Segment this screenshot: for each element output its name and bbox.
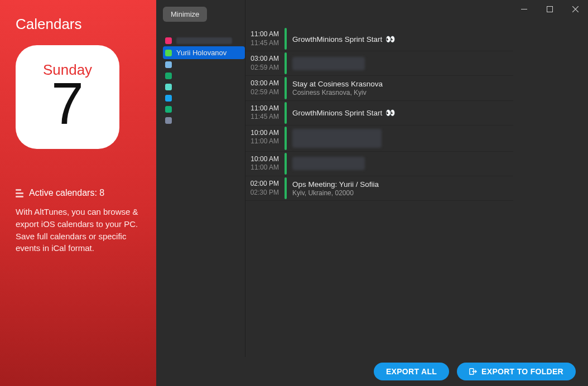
page-title: Calendars xyxy=(16,16,143,33)
event-redacted xyxy=(292,57,365,70)
calendar-item[interactable] xyxy=(163,115,245,126)
event-time: 11:00 AM11:45 AM xyxy=(245,27,281,51)
event-row[interactable]: 11:00 AM11:45 AMGrowthMinions Sprint Sta… xyxy=(245,27,513,51)
content-row: Minimize Yurii Holovanov 11:00 AM11:45 A… xyxy=(156,0,588,357)
left-panel: Calendars Sunday 7 Active calendars: 8 W… xyxy=(0,0,156,386)
calendar-list-column: Minimize Yurii Holovanov xyxy=(156,0,245,357)
event-redacted xyxy=(292,129,382,148)
active-calendars-label: Active calendars: 8 xyxy=(29,188,104,198)
export-all-button[interactable]: EXPORT ALL xyxy=(374,363,449,380)
export-to-folder-button[interactable]: EXPORT TO FOLDER xyxy=(457,363,576,380)
right-area: Minimize Yurii Holovanov 11:00 AM11:45 A… xyxy=(156,0,588,386)
event-color-bar xyxy=(285,127,287,150)
event-row[interactable]: 02:00 PM02:30 PMOps Meeting: Yurii / Sof… xyxy=(245,176,513,201)
window-maximize-button[interactable] xyxy=(537,0,562,18)
calendar-label-redacted xyxy=(176,37,232,44)
event-body: Stay at Cosiness KrasnovaCosiness Krasno… xyxy=(292,76,513,100)
event-subtitle: Kyiv, Ukraine, 02000 xyxy=(292,189,510,197)
event-time: 02:00 PM02:30 PM xyxy=(245,176,281,200)
bottom-bar: EXPORT ALL EXPORT TO FOLDER xyxy=(156,357,588,386)
calendar-color-dot xyxy=(165,95,172,102)
calendar-label: Yurii Holovanov xyxy=(176,49,226,57)
calendar-color-dot xyxy=(165,117,172,124)
event-subtitle: Cosiness Krasnova, Kyiv xyxy=(292,89,510,96)
svg-rect-0 xyxy=(521,9,527,9)
event-color-bar xyxy=(285,153,287,175)
event-row[interactable]: 03:00 AM02:59 AM xyxy=(245,51,513,76)
calendar-item[interactable] xyxy=(163,35,245,46)
event-time: 10:00 AM11:00 AM xyxy=(245,152,281,176)
calendar-item[interactable] xyxy=(163,81,245,93)
event-color-bar xyxy=(285,102,287,124)
event-time: 03:00 AM02:59 AM xyxy=(245,51,281,75)
export-all-label: EXPORT ALL xyxy=(386,367,437,376)
event-body: Ops Meeting: Yurii / SofiiaKyiv, Ukraine… xyxy=(292,176,513,200)
event-color-bar xyxy=(285,77,287,99)
event-row[interactable]: 11:00 AM11:45 AMGrowthMinions Sprint Sta… xyxy=(245,101,513,126)
event-body xyxy=(292,126,513,151)
calendar-color-dot xyxy=(165,84,172,90)
event-row[interactable]: 10:00 AM11:00 AM xyxy=(245,152,513,176)
calendar-day-number: 7 xyxy=(51,74,84,133)
app-root: Calendars Sunday 7 Active calendars: 8 W… xyxy=(0,0,588,386)
event-title: Stay at Cosiness Krasnova xyxy=(292,80,510,88)
calendar-tile: Sunday 7 xyxy=(16,45,119,149)
calendar-item[interactable] xyxy=(163,93,245,104)
event-body xyxy=(292,152,513,176)
calendar-item[interactable]: Yurii Holovanov xyxy=(163,46,245,59)
calendar-color-dot xyxy=(165,61,172,68)
event-time: 10:00 AM11:00 AM xyxy=(245,126,281,151)
event-row[interactable]: 03:00 AM02:59 AMStay at Cosiness Krasnov… xyxy=(245,76,513,100)
event-time: 11:00 AM11:45 AM xyxy=(245,101,281,125)
event-row[interactable]: 10:00 AM11:00 AM xyxy=(245,126,513,152)
event-body: GrowthMinions Sprint Start👀 xyxy=(292,101,513,125)
event-body: GrowthMinions Sprint Start👀 xyxy=(292,27,513,51)
export-to-folder-label: EXPORT TO FOLDER xyxy=(481,367,563,376)
eyes-icon: 👀 xyxy=(385,108,395,117)
calendar-color-dot xyxy=(165,106,172,113)
event-title: Ops Meeting: Yurii / Sofiia xyxy=(292,180,510,189)
events-column: 11:00 AM11:45 AMGrowthMinions Sprint Sta… xyxy=(245,0,513,357)
event-title: GrowthMinions Sprint Start👀 xyxy=(292,108,510,117)
list-icon xyxy=(16,189,23,197)
calendar-item[interactable] xyxy=(163,104,245,115)
left-description: With AltTunes, you can browse & export i… xyxy=(16,206,143,254)
event-body xyxy=(292,51,513,75)
calendar-item[interactable] xyxy=(163,70,245,81)
window-close-button[interactable] xyxy=(562,0,588,18)
window-controls xyxy=(511,0,588,18)
minimize-button[interactable]: Minimize xyxy=(163,7,207,22)
window-minimize-button[interactable] xyxy=(511,0,537,18)
calendar-color-dot xyxy=(165,37,172,44)
event-title: GrowthMinions Sprint Start👀 xyxy=(292,35,510,44)
calendar-item[interactable] xyxy=(163,59,245,70)
event-redacted xyxy=(292,157,365,170)
event-color-bar xyxy=(285,28,287,50)
event-color-bar xyxy=(285,52,287,74)
event-time: 03:00 AM02:59 AM xyxy=(245,76,281,100)
svg-rect-1 xyxy=(547,6,552,12)
calendar-color-dot xyxy=(165,73,172,79)
export-icon xyxy=(469,368,477,375)
eyes-icon: 👀 xyxy=(385,35,395,44)
active-calendars-line: Active calendars: 8 xyxy=(16,188,143,198)
event-color-bar xyxy=(285,177,287,199)
calendar-color-dot xyxy=(165,50,172,56)
